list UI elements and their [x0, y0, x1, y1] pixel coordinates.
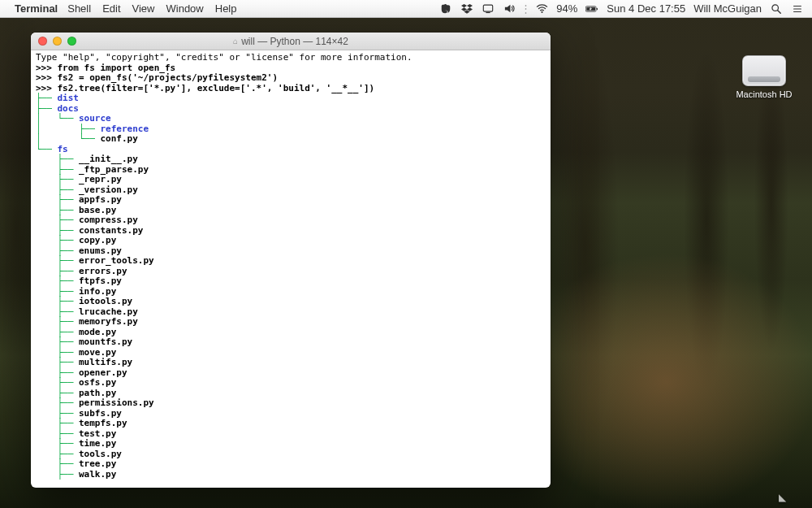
tree-row: ├── memoryfs.py — [36, 317, 546, 328]
tree-prefix: ├── — [36, 93, 58, 104]
tree-dir: dist — [58, 93, 80, 104]
tree-prefix: ├── — [36, 175, 79, 185]
tree-file: iotools.py — [79, 297, 132, 307]
tree-row: ├── iotools.py — [36, 297, 546, 307]
tree-prefix: ├── — [36, 236, 79, 246]
minimize-button[interactable] — [53, 37, 62, 46]
svg-rect-1 — [486, 11, 490, 12]
tree-prefix: ├── — [36, 154, 79, 165]
tree-row: ├── appfs.py — [36, 195, 546, 206]
tree-dir: source — [79, 114, 111, 124]
tree-row: ├── tempfs.py — [36, 419, 546, 429]
tree-prefix: ├── — [36, 337, 79, 348]
tree-row: ├── walk.py — [36, 470, 546, 480]
tree-prefix: ├── — [36, 358, 79, 368]
screen-icon[interactable] — [482, 2, 495, 15]
menubar-app-name[interactable]: Terminal — [15, 2, 58, 15]
tree-row: ├── docs — [36, 104, 546, 115]
tree-row: ├── permissions.py — [36, 398, 546, 409]
tree-prefix: ├── — [36, 439, 79, 449]
desktop-hd-icon[interactable]: Macintosh HD — [732, 55, 796, 99]
menubar-user[interactable]: Will McGuigan — [693, 2, 762, 15]
tree-file: __init__.py — [79, 154, 138, 165]
menu-view[interactable]: View — [132, 2, 155, 15]
tree-prefix: │ └── — [36, 134, 100, 145]
tree-file: time.py — [79, 439, 116, 449]
tree-row: ├── error_tools.py — [36, 256, 546, 267]
terminal-prompt-line: >>> fs2.tree(filter=['*.py'], exclude=['… — [36, 84, 546, 94]
spotlight-icon[interactable] — [770, 2, 783, 15]
home-icon: ⌂ — [233, 37, 238, 46]
tree-prefix: ├── — [36, 470, 79, 480]
terminal-prompt-line: >>> fs2 = open_fs('~/projects/pyfilesyst… — [36, 73, 546, 84]
evernote-icon[interactable] — [439, 2, 452, 15]
tree-row: │ └── source — [36, 114, 546, 124]
wifi-icon[interactable] — [535, 2, 548, 15]
tree-row: ├── multifs.py — [36, 358, 546, 368]
battery-percent[interactable]: 94% — [556, 2, 577, 15]
menubar-datetime[interactable]: Sun 4 Dec 17:55 — [607, 2, 685, 15]
tree-file: osfs.py — [79, 378, 116, 389]
tree-prefix: ├── — [36, 256, 79, 267]
terminal-title: ⌂ will — Python — 114×42 — [31, 36, 551, 47]
tree-row: ├── compress.py — [36, 215, 546, 226]
menu-window[interactable]: Window — [166, 2, 204, 15]
dropbox-icon[interactable] — [460, 2, 473, 15]
menubar[interactable]: Terminal Shell Edit View Window Help ⋮ 9… — [0, 0, 812, 18]
tree-prefix: ├── — [36, 195, 79, 206]
svg-rect-0 — [484, 5, 493, 11]
tree-row: ├── mountfs.py — [36, 337, 546, 348]
desktop-hd-label: Macintosh HD — [732, 89, 796, 99]
tree-prefix: ├── — [36, 215, 79, 226]
tree-prefix: ├── — [36, 419, 79, 429]
notification-center-icon[interactable] — [791, 2, 804, 15]
tree-row: ├── copy.py — [36, 236, 546, 246]
tree-file: multifs.py — [79, 358, 132, 368]
dock-reveal-arrow-icon[interactable]: ◣ — [779, 492, 786, 503]
tree-prefix: ├── — [36, 459, 79, 470]
tree-prefix: ├── — [36, 317, 79, 328]
divider-icon: ⋮ — [524, 2, 527, 15]
terminal-window[interactable]: ⌂ will — Python — 114×42 Type "help", "c… — [31, 33, 551, 488]
tree-row: │ └── conf.py — [36, 134, 546, 145]
svg-point-2 — [541, 11, 542, 13]
terminal-tree: ├── dist├── docs│ └── source│ ├── refere… — [36, 93, 546, 480]
zoom-button[interactable] — [67, 37, 76, 46]
svg-rect-4 — [597, 7, 598, 10]
tree-file: permissions.py — [79, 398, 154, 409]
tree-file: copy.py — [79, 236, 116, 246]
svg-line-7 — [778, 10, 781, 13]
tree-prefix: ├── — [36, 398, 79, 409]
battery-charging-icon[interactable] — [585, 2, 598, 15]
tree-row: ├── tree.py — [36, 459, 546, 470]
terminal-titlebar[interactable]: ⌂ will — Python — 114×42 — [31, 33, 551, 50]
tree-row: ├── dist — [36, 93, 546, 104]
tree-file: walk.py — [79, 470, 116, 480]
tree-row: ├── osfs.py — [36, 378, 546, 389]
tree-file: tempfs.py — [79, 419, 127, 429]
tree-file: tree.py — [79, 459, 116, 470]
terminal-title-text: will — Python — 114×42 — [241, 36, 348, 47]
terminal-body[interactable]: Type "help", "copyright", "credits" or "… — [31, 50, 551, 488]
menu-shell[interactable]: Shell — [67, 2, 91, 15]
menu-help[interactable]: Help — [215, 2, 237, 15]
disk-icon — [742, 55, 786, 86]
volume-icon[interactable] — [503, 2, 516, 15]
tree-prefix: ├── — [36, 378, 79, 389]
tree-prefix: │ └── — [36, 114, 79, 124]
tree-file: error_tools.py — [79, 256, 154, 267]
tree-file: memoryfs.py — [79, 317, 138, 328]
tree-row: ├── _repr.py — [36, 175, 546, 185]
tree-row: ├── ftpfs.py — [36, 276, 546, 287]
tree-prefix: ├── — [36, 297, 79, 307]
tree-file: conf.py — [100, 134, 137, 145]
menu-edit[interactable]: Edit — [102, 2, 120, 15]
tree-prefix: ├── — [36, 276, 79, 287]
tree-file: compress.py — [79, 215, 138, 226]
window-controls — [31, 37, 76, 46]
tree-file: ftpfs.py — [79, 276, 122, 287]
tree-row: ├── time.py — [36, 439, 546, 449]
tree-row: ├── __init__.py — [36, 154, 546, 165]
menubar-status-area: ⋮ 94% Sun 4 Dec 17:55 Will McGuigan — [439, 2, 804, 15]
close-button[interactable] — [38, 37, 47, 46]
